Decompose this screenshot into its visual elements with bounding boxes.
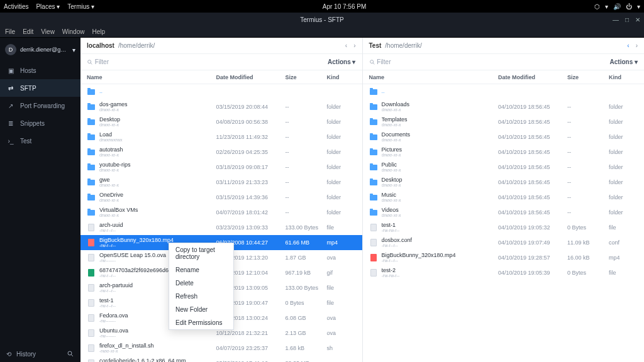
menu-window[interactable]: Window [62, 28, 85, 35]
table-row[interactable]: firefox_dl_n_install.sh-rwxr-xr-x04/07/2… [80, 341, 362, 356]
sidebar-item-history[interactable]: ⟲ History [0, 346, 80, 362]
account-selector[interactable]: D derrik.diener@gmail.com ▾ [0, 38, 80, 62]
menu-edit[interactable]: Edit [23, 28, 33, 35]
file-size: 0 Bytes [567, 224, 609, 231]
table-row[interactable]: .. [363, 84, 645, 99]
file-kind: gif [327, 270, 356, 276]
menu-help[interactable]: Help [92, 28, 105, 35]
svg-line-5 [373, 63, 374, 64]
table-row[interactable]: Downloadsdrwxr-xr-x04/10/2019 18:56:45--… [363, 99, 645, 114]
nav-back-button[interactable]: ‹ [345, 42, 347, 49]
search-icon[interactable] [67, 350, 74, 358]
sidebar-item-port-forwarding[interactable]: ↗Port Forwarding [0, 97, 80, 114]
file-size: -- [567, 209, 609, 216]
filter-input[interactable]: Filter [369, 58, 391, 65]
context-menu-item-refresh[interactable]: Refresh [169, 290, 233, 303]
file-date: 11/23/2018 11:49:32 [216, 134, 286, 140]
table-row[interactable]: test-2-rw-rw-r--04/10/2019 19:05:390 Byt… [363, 265, 645, 280]
context-menu-item-edit-permissions[interactable]: Edit Permissions [169, 316, 233, 329]
table-row[interactable]: Picturesdrwxr-xr-x04/10/2019 18:56:45--f… [363, 145, 645, 160]
maximize-button[interactable]: □ [625, 16, 629, 23]
table-row[interactable]: Musicdrwxr-xr-x04/10/2019 18:56:45--fold… [363, 190, 645, 205]
dropbox-icon[interactable]: ⬡ [594, 3, 600, 10]
file-kind: file [327, 224, 356, 231]
context-menu-item-delete[interactable]: Delete [169, 277, 233, 290]
svg-line-3 [91, 63, 92, 64]
file-name: .. [99, 89, 216, 94]
sidebar-item-label: Test [20, 138, 31, 145]
file-date: 04/08/2019 00:56:38 [216, 119, 286, 125]
table-row[interactable]: BigBuckBunny_320x180.mp4-rw-r--r--04/10/… [363, 250, 645, 265]
folder-icon [370, 89, 377, 95]
nav-forward-button[interactable]: › [353, 42, 355, 49]
table-row[interactable]: OneDrivedrwxr-xr-x03/15/2019 14:39:36--f… [80, 190, 362, 205]
file-name: Documents [382, 132, 499, 138]
col-date[interactable]: Date Modified [498, 74, 567, 80]
col-kind[interactable]: Kind [609, 74, 638, 80]
table-row[interactable]: dosbox.conf-rw-r--r--04/10/2019 19:07:49… [363, 235, 645, 250]
file-list[interactable]: ..dos-gamesdrwxr-xr-x03/15/2019 20:08:44… [80, 84, 362, 362]
table-row[interactable]: VirtualBox VMsdrwxr-xr-x04/07/2019 18:01… [80, 205, 362, 220]
col-name[interactable]: Name [369, 74, 499, 80]
table-row[interactable]: Desktopdrwxr-xr-x04/08/2019 00:56:38--fo… [80, 114, 362, 129]
table-row[interactable]: Desktopdrwxr-xr-x04/10/2019 18:56:45--fo… [363, 175, 645, 190]
col-size[interactable]: Size [286, 74, 327, 80]
network-icon[interactable]: ▾ [605, 3, 608, 10]
col-size[interactable]: Size [567, 74, 609, 80]
volume-icon[interactable]: 🔊 [613, 3, 621, 10]
places-menu[interactable]: Places ▾ [36, 3, 60, 10]
nav-forward-button[interactable]: › [636, 42, 638, 49]
file-name: Downloads [382, 102, 499, 107]
actions-menu[interactable]: Actions ▾ [610, 58, 638, 65]
file-size: -- [286, 164, 327, 170]
file-kind: folder [609, 194, 638, 200]
activities-button[interactable]: Activities [4, 3, 28, 10]
sidebar-item-test[interactable]: ›_Test [0, 132, 80, 150]
file-name: Videos [382, 207, 499, 213]
table-row[interactable]: test-1-rw-rw-r--04/10/2019 19:05:320 Byt… [363, 220, 645, 235]
table-row[interactable]: cordelioberide-1.6.1-2.x86_64.rpm-rw-r--… [80, 356, 362, 362]
table-row[interactable]: .. [80, 84, 362, 99]
app-menu[interactable]: Termius ▾ [67, 3, 94, 10]
file-size: 967.19 kB [286, 270, 327, 276]
nav-back-button[interactable]: ‹ [627, 42, 629, 49]
col-name[interactable]: Name [87, 74, 216, 80]
context-menu-item-new-folder[interactable]: New Folder [169, 303, 233, 316]
col-date[interactable]: Date Modified [216, 74, 286, 80]
file-kind: conf [609, 239, 638, 246]
menu-file[interactable]: File [5, 28, 15, 35]
context-menu-item-rename[interactable]: Rename [169, 263, 233, 277]
sidebar-item-sftp[interactable]: ⇄SFTP [0, 79, 80, 97]
table-row[interactable]: arch-uuid-rw-r--r--03/23/2019 13:09:3313… [80, 220, 362, 235]
context-menu-item-copy-to-target-directory[interactable]: Copy to target directory [169, 243, 233, 263]
table-row[interactable]: autotrashdrwxr-xr-x02/26/2019 04:25:35--… [80, 145, 362, 160]
system-tray[interactable]: ⬡ ▾ 🔊 ⏻ ▾ [594, 3, 640, 10]
table-row[interactable]: Publicdrwxr-xr-x04/10/2019 18:56:45--fol… [363, 160, 645, 175]
file-kind: sh [327, 345, 356, 351]
table-row[interactable]: Documentsdrwxr-xr-x04/10/2019 18:56:45--… [363, 129, 645, 145]
file-list[interactable]: ..Downloadsdrwxr-xr-x04/10/2019 18:56:45… [363, 84, 645, 362]
table-row[interactable]: Videosdrwxr-xr-x04/10/2019 18:56:45--fol… [363, 205, 645, 220]
minimize-button[interactable]: — [613, 16, 619, 23]
table-row[interactable]: Loaddrwxrwxrwx11/23/2018 11:49:32--folde… [80, 129, 362, 145]
menu-view[interactable]: View [41, 28, 55, 35]
table-row[interactable]: youtube-ripsdrwxr-xr-x03/18/2019 09:08:1… [80, 160, 362, 175]
file-size: 2.13 GB [286, 330, 327, 336]
sidebar: D derrik.diener@gmail.com ▾ ▣Hosts⇄SFTP↗… [0, 38, 80, 362]
chevron-down-icon[interactable]: ▾ [637, 3, 640, 10]
table-row[interactable]: dos-gamesdrwxr-xr-x03/15/2019 20:08:44--… [80, 99, 362, 114]
col-kind[interactable]: Kind [327, 74, 356, 80]
sidebar-item-hosts[interactable]: ▣Hosts [0, 62, 80, 79]
sidebar-item-snippets[interactable]: ≣Snippets [0, 114, 80, 132]
file-size: -- [567, 194, 609, 200]
file-name: youtube-rips [99, 162, 216, 168]
table-row[interactable]: gwedrwxr-xr-x03/11/2019 21:33:23--folder [80, 175, 362, 190]
close-button[interactable]: ✕ [635, 16, 640, 23]
actions-menu[interactable]: Actions ▾ [328, 58, 355, 65]
filter-input[interactable]: Filter [87, 58, 109, 65]
file-date: 04/07/2019 23:25:37 [216, 345, 286, 351]
svg-point-4 [370, 60, 373, 63]
file-size: -- [567, 149, 609, 155]
table-row[interactable]: Templatesdrwxr-xr-x04/10/2019 18:56:45--… [363, 114, 645, 129]
power-icon[interactable]: ⏻ [626, 3, 632, 10]
